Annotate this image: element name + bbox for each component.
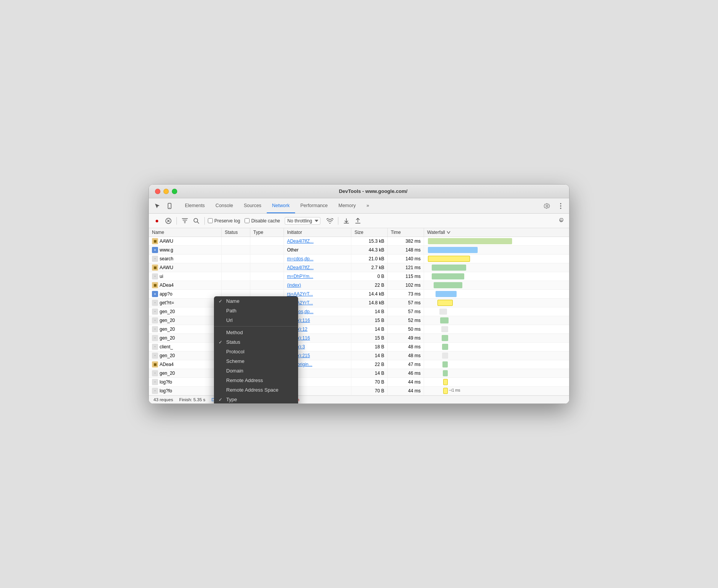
table-row[interactable]: · search m=cdos,dp... 21.0 kB 140 ms [149, 255, 569, 263]
tab-performance[interactable]: Performance [295, 198, 333, 213]
menu-item-remote-address[interactable]: Remote Address [214, 376, 298, 385]
cell-waterfall [424, 351, 569, 360]
network-table-container[interactable]: Name Status Type Initiator Size Time Wat… [149, 228, 569, 395]
cursor-icon[interactable] [152, 201, 163, 211]
table-row[interactable]: · log?fo 70 B 44 ms [149, 378, 569, 387]
cell-name: · get?rt= [149, 299, 222, 307]
menu-item-protocol[interactable]: Protocol [214, 347, 298, 356]
network-table: Name Status Type Initiator Size Time Wat… [149, 228, 569, 395]
menu-item-path[interactable]: Path [214, 306, 298, 315]
table-row[interactable]: · get?rt= rs=AA2YrT... 14.8 kB 57 ms [149, 299, 569, 307]
table-row[interactable]: ≡ www.g Other 44.3 kB 148 ms [149, 246, 569, 255]
tab-more[interactable]: » [361, 198, 374, 213]
tab-console[interactable]: Console [210, 198, 238, 213]
tab-memory[interactable]: Memory [333, 198, 361, 213]
cell-time: 73 ms [388, 290, 424, 299]
menu-item-name[interactable]: Name [214, 296, 298, 306]
table-row[interactable]: · gen_20 m=cdos,dp... 14 B 57 ms [149, 307, 569, 316]
svg-point-1 [169, 207, 170, 208]
table-row[interactable]: ≡ app?o rs=AA2YrT... 14.4 kB 73 ms [149, 290, 569, 299]
cell-name: · gen_20 [149, 307, 222, 316]
cell-name: ▣ AAWU [149, 237, 222, 246]
maximize-button[interactable] [172, 189, 177, 194]
menu-separator-1 [214, 326, 298, 327]
col-header-time[interactable]: Time [388, 228, 424, 237]
menu-item-method[interactable]: Method [214, 328, 298, 337]
more-options-icon[interactable] [555, 201, 566, 211]
separator-1 [176, 217, 177, 225]
preserve-log-checkbox[interactable] [208, 218, 213, 223]
table-header-row: Name Status Type Initiator Size Time Wat… [149, 228, 569, 237]
table-row[interactable]: · gen_20 (index):116 15 B 52 ms [149, 316, 569, 325]
menu-item-type[interactable]: Type [214, 395, 298, 404]
cell-name: ▣ ADea4 [149, 281, 222, 290]
col-header-size[interactable]: Size [351, 228, 388, 237]
separator-2 [204, 217, 205, 225]
minimize-button[interactable] [163, 189, 169, 194]
tab-bar: Elements Console Sources Network Perform… [149, 198, 569, 214]
menu-item-scheme[interactable]: Scheme [214, 356, 298, 366]
cell-name: · gen_20 [149, 325, 222, 334]
cell-size: 14 B [351, 369, 388, 378]
export-icon[interactable] [353, 216, 363, 226]
menu-item-url[interactable]: Url [214, 315, 298, 325]
cell-waterfall [424, 272, 569, 281]
cell-name: · gen_20 [149, 334, 222, 343]
table-row[interactable]: · gen_20 (index):215 14 B 48 ms [149, 351, 569, 360]
table-row[interactable]: · client_ (index):3 18 B 48 ms [149, 343, 569, 351]
col-header-initiator[interactable]: Initiator [284, 228, 351, 237]
menu-item-status[interactable]: Status [214, 337, 298, 347]
disable-cache-toggle[interactable]: Disable cache [245, 218, 280, 224]
context-menu[interactable]: Name Path Url Method Status Protocol Sch… [214, 296, 298, 404]
table-row[interactable]: ▣ AAWU ADea4l7lfZ... 2.7 kB 121 ms [149, 263, 569, 272]
filter-icon[interactable] [180, 216, 190, 226]
col-header-status[interactable]: Status [222, 228, 250, 237]
cell-name: · gen_20 [149, 351, 222, 360]
cell-status [222, 246, 250, 255]
clear-button[interactable] [163, 216, 173, 226]
network-toolbar: ● Preserve log Disable cache No throttli [149, 214, 569, 228]
table-row[interactable]: · ui m=DhPYm... 0 B 115 ms [149, 272, 569, 281]
cell-size: 22 B [351, 360, 388, 369]
tab-network[interactable]: Network [267, 198, 295, 213]
tab-elements[interactable]: Elements [180, 198, 210, 213]
import-icon[interactable] [341, 216, 351, 226]
col-header-waterfall[interactable]: Waterfall [424, 228, 569, 237]
cell-waterfall [424, 378, 569, 387]
window-title: DevTools - www.google.com/ [183, 188, 563, 194]
cell-size: 2.7 kB [351, 263, 388, 272]
titlebar: DevTools - www.google.com/ [149, 185, 569, 198]
menu-item-remote-address-space[interactable]: Remote Address Space [214, 385, 298, 395]
close-button[interactable] [155, 189, 160, 194]
throttle-select[interactable]: No throttling [285, 217, 320, 225]
table-row[interactable]: · gen_20 (index):12 14 B 50 ms [149, 325, 569, 334]
wifi-icon[interactable] [325, 216, 335, 226]
table-row[interactable]: ▣ ADea4 (index) 22 B 102 ms [149, 281, 569, 290]
cell-status [222, 281, 250, 290]
table-row[interactable]: · gen_20 (index):116 15 B 49 ms [149, 334, 569, 343]
cell-name: · gen_20 [149, 369, 222, 378]
network-settings-icon[interactable] [556, 216, 566, 226]
col-header-name[interactable]: Name [149, 228, 222, 237]
col-header-type[interactable]: Type [250, 228, 284, 237]
table-row[interactable]: ▣ AAWU ADea4l7lfZ... 15.3 kB 382 ms [149, 237, 569, 246]
disable-cache-checkbox[interactable] [245, 218, 250, 223]
record-button[interactable]: ● [152, 216, 162, 226]
cell-size: 21.0 kB [351, 255, 388, 263]
preserve-log-toggle[interactable]: Preserve log [208, 218, 240, 224]
table-row[interactable]: · log?fo 70 B 44 ms ⊣1 ms [149, 387, 569, 395]
network-panel: Name Status Type Initiator Size Time Wat… [149, 228, 569, 403]
mobile-icon[interactable] [164, 201, 175, 211]
table-row[interactable]: · gen_20 14 B 46 ms [149, 369, 569, 378]
menu-item-domain[interactable]: Domain [214, 366, 298, 376]
search-icon[interactable] [191, 216, 201, 226]
table-body: ▣ AAWU ADea4l7lfZ... 15.3 kB 382 ms ≡ ww… [149, 237, 569, 395]
settings-icon[interactable] [542, 201, 552, 211]
tabs: Elements Console Sources Network Perform… [180, 198, 542, 213]
cell-size: 44.3 kB [351, 246, 388, 255]
table-row[interactable]: ▣ ADea4 app?origin... 22 B 47 ms [149, 360, 569, 369]
svg-point-2 [560, 203, 561, 204]
cell-size: 15.3 kB [351, 237, 388, 246]
tab-sources[interactable]: Sources [238, 198, 267, 213]
cell-time: 48 ms [388, 343, 424, 351]
